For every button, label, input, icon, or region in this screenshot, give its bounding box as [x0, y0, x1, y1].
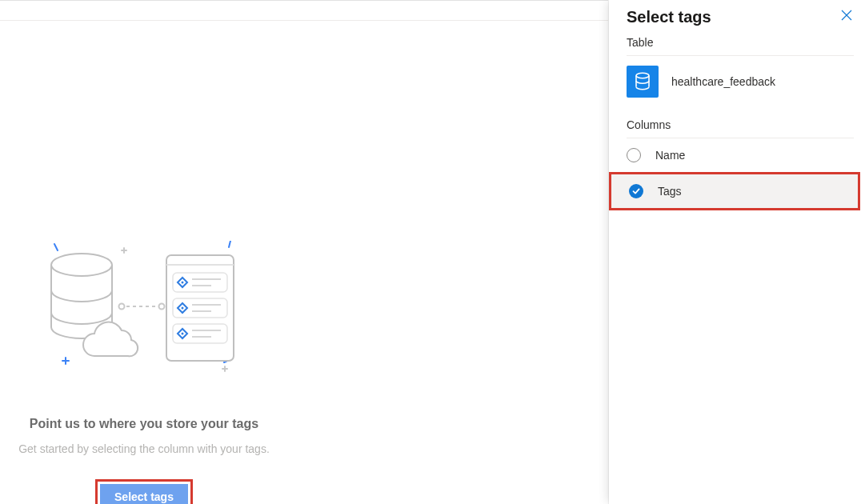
column-option-tags[interactable]: Tags: [611, 174, 858, 208]
empty-state-title: Point us to where you store your tags: [0, 417, 288, 431]
table-section-label: Table: [609, 31, 865, 55]
top-divider: [0, 20, 608, 21]
column-option-name[interactable]: Name: [609, 138, 865, 172]
column-label: Tags: [658, 185, 682, 198]
table-name: healthcare_feedback: [671, 75, 775, 88]
radio-on-icon: [629, 184, 643, 198]
close-icon[interactable]: [839, 8, 854, 25]
select-tags-panel: Select tags Table healthcare_feedback Co…: [609, 0, 865, 504]
radio-off-icon: [627, 148, 641, 162]
empty-state-subtitle: Get started by selecting the column with…: [0, 442, 288, 455]
column-option-tags-highlight: Tags: [609, 172, 860, 210]
column-label: Name: [655, 149, 685, 162]
table-row[interactable]: healthcare_feedback: [609, 56, 865, 107]
columns-section-label: Columns: [609, 114, 865, 138]
select-tags-button-highlight: Select tags: [95, 479, 193, 504]
svg-line-1: [229, 241, 230, 247]
panel-title: Select tags: [627, 8, 711, 26]
main-content: Point us to where you store your tags Ge…: [0, 0, 608, 504]
empty-state: Point us to where you store your tags Ge…: [0, 249, 288, 504]
database-icon: [627, 66, 659, 98]
select-tags-button[interactable]: Select tags: [100, 484, 188, 504]
svg-point-27: [636, 73, 649, 78]
